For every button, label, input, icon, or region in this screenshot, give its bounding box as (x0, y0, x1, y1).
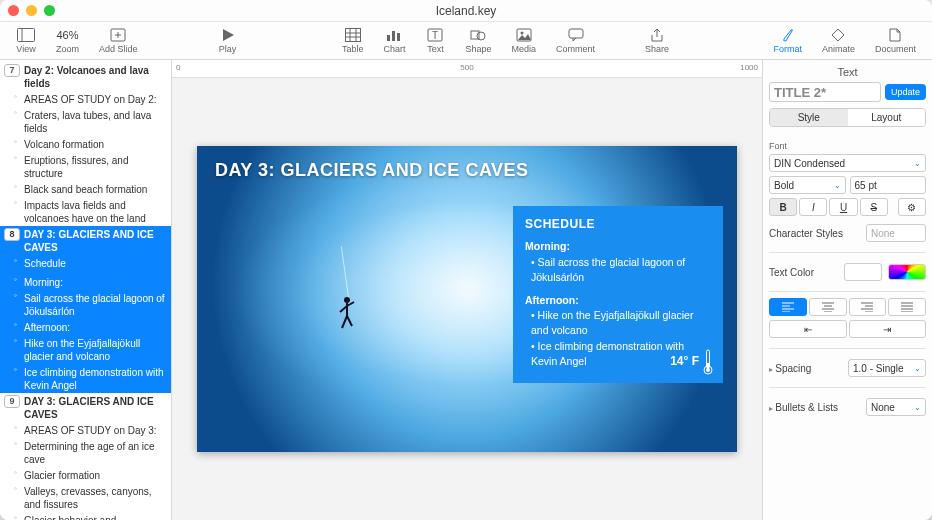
temperature-badge: 14° F (670, 349, 713, 375)
svg-text:T: T (432, 30, 438, 41)
outline-slide-8[interactable]: 8DAY 3: GLACIERS AND ICE CAVES (0, 226, 171, 255)
svg-rect-12 (392, 31, 395, 41)
bullets-disclose[interactable]: Bullets & Lists (769, 402, 860, 413)
view-button[interactable]: View (6, 27, 46, 54)
align-left-button[interactable] (769, 298, 807, 316)
seg-style[interactable]: Style (770, 109, 848, 126)
media-button[interactable]: Media (501, 27, 546, 54)
font-family-select[interactable]: DIN Condensed⌄ (769, 154, 926, 172)
shape-button[interactable]: Shape (455, 27, 501, 54)
text-color-swatch[interactable] (844, 263, 882, 281)
char-styles-select[interactable]: None (866, 224, 926, 242)
paragraph-style-select[interactable]: TITLE 2* (769, 82, 881, 102)
slide-title[interactable]: DAY 3: GLACIERS AND ICE CAVES (215, 160, 529, 181)
document-title: Iceland.key (0, 4, 932, 18)
media-icon (514, 27, 534, 43)
table-icon (343, 27, 363, 43)
text-align-row (769, 298, 926, 316)
chart-button[interactable]: Chart (373, 27, 415, 54)
share-icon (647, 27, 667, 43)
update-style-button[interactable]: Update (885, 84, 926, 100)
climber-figure (337, 296, 357, 330)
outline-item[interactable]: Afternoon: (0, 319, 171, 335)
outline-slide-7[interactable]: 7Day 2: Volcanoes and lava fields (0, 62, 171, 91)
toolbar: View 46% Zoom Add Slide Play Table Chart… (0, 22, 932, 60)
thermometer-icon (703, 349, 713, 375)
color-picker-button[interactable] (888, 264, 926, 280)
ruler: 0 500 1000 (172, 60, 762, 78)
play-button[interactable]: Play (208, 27, 248, 54)
text-color-label: Text Color (769, 267, 838, 278)
outline-item[interactable]: Valleys, crevasses, canyons, and fissure… (0, 483, 171, 512)
seg-layout[interactable]: Layout (848, 109, 926, 126)
chevron-down-icon: ⌄ (914, 159, 921, 168)
align-center-button[interactable] (809, 298, 847, 316)
char-styles-label: Character Styles (769, 228, 860, 239)
slide-canvas[interactable]: DAY 3: GLACIERS AND ICE CAVES SCHEDULE M… (172, 78, 762, 520)
close-icon[interactable] (8, 5, 19, 16)
outline-item[interactable]: Glacier formation (0, 467, 171, 483)
font-size-stepper[interactable]: 65 pt (850, 176, 927, 194)
canvas-area: 0 500 1000 DAY 3: GLACIERS AND ICE CAVES… (172, 60, 762, 520)
slide[interactable]: DAY 3: GLACIERS AND ICE CAVES SCHEDULE M… (197, 146, 737, 452)
plus-icon (108, 27, 128, 43)
zoom-button[interactable]: 46% Zoom (46, 27, 89, 54)
chevron-down-icon: ⌄ (914, 403, 921, 412)
style-layout-segment[interactable]: Style Layout (769, 108, 926, 127)
comment-icon (566, 27, 586, 43)
svg-point-19 (520, 32, 523, 35)
outline-item[interactable]: Sail across the glacial lagoon of Jökuls… (0, 290, 171, 319)
text-icon: T (425, 27, 445, 43)
outline-item[interactable]: Ice climbing demonstration with Kevin An… (0, 364, 171, 393)
outdent-button[interactable]: ⇤ (769, 320, 847, 338)
text-button[interactable]: TText (415, 27, 455, 54)
underline-button[interactable]: U (829, 198, 857, 216)
inspector-tab-text[interactable]: Text (769, 60, 926, 82)
bullets-select[interactable]: None⌄ (866, 398, 926, 416)
play-icon (218, 27, 238, 43)
spacing-select[interactable]: 1.0 - Single⌄ (848, 359, 926, 377)
zoom-window-icon[interactable] (44, 5, 55, 16)
comment-button[interactable]: Comment (546, 27, 605, 54)
outline-item[interactable]: Volcano formation (0, 136, 171, 152)
font-weight-select[interactable]: Bold⌄ (769, 176, 846, 194)
svg-rect-0 (18, 29, 35, 42)
align-justify-button[interactable] (888, 298, 926, 316)
indent-button[interactable]: ⇥ (849, 320, 927, 338)
outline-item[interactable]: AREAS OF STUDY on Day 3: (0, 422, 171, 438)
outline-item[interactable]: Eruptions, fissures, and structure (0, 152, 171, 181)
chevron-down-icon: ⌄ (834, 181, 841, 190)
font-section-label: Font (769, 141, 926, 151)
outline-sidebar[interactable]: 7Day 2: Volcanoes and lava fields AREAS … (0, 60, 172, 520)
outline-item[interactable]: Morning: (0, 274, 171, 290)
outline-item[interactable]: AREAS OF STUDY on Day 2: (0, 91, 171, 107)
strikethrough-button[interactable]: S (860, 198, 888, 216)
outline-slide-9[interactable]: 9DAY 3: GLACIERS AND ICE CAVES (0, 393, 171, 422)
chevron-down-icon: ⌄ (914, 364, 921, 373)
share-button[interactable]: Share (635, 27, 679, 54)
outline-item[interactable]: Glacier behavior and movement (0, 512, 171, 520)
document-button[interactable]: Document (865, 27, 926, 54)
minimize-icon[interactable] (26, 5, 37, 16)
outline-item[interactable]: Impacts lava fields and volcanoes have o… (0, 197, 171, 226)
outline-item[interactable]: Schedule (0, 255, 171, 271)
advanced-options-button[interactable]: ⚙︎ (898, 198, 926, 216)
spacing-disclose[interactable]: Spacing (769, 363, 842, 374)
outline-item[interactable]: Determining the age of an ice cave (0, 438, 171, 467)
italic-button[interactable]: I (799, 198, 827, 216)
format-button[interactable]: Format (763, 27, 812, 54)
svg-marker-5 (223, 29, 234, 41)
align-right-button[interactable] (849, 298, 887, 316)
bold-button[interactable]: B (769, 198, 797, 216)
schedule-box[interactable]: SCHEDULE Morning: Sail across the glacia… (513, 206, 723, 383)
outline-item[interactable]: Hike on the Eyjafjallajökull glacier and… (0, 335, 171, 364)
add-slide-button[interactable]: Add Slide (89, 27, 148, 54)
table-button[interactable]: Table (332, 27, 374, 54)
animate-button[interactable]: Animate (812, 27, 865, 54)
keynote-window: Iceland.key View 46% Zoom Add Slide Play… (0, 0, 932, 520)
svg-point-17 (477, 32, 485, 40)
outline-item[interactable]: Craters, lava tubes, and lava fields (0, 107, 171, 136)
view-icon (16, 27, 36, 43)
svg-marker-21 (832, 29, 844, 41)
outline-item[interactable]: Black sand beach formation (0, 181, 171, 197)
